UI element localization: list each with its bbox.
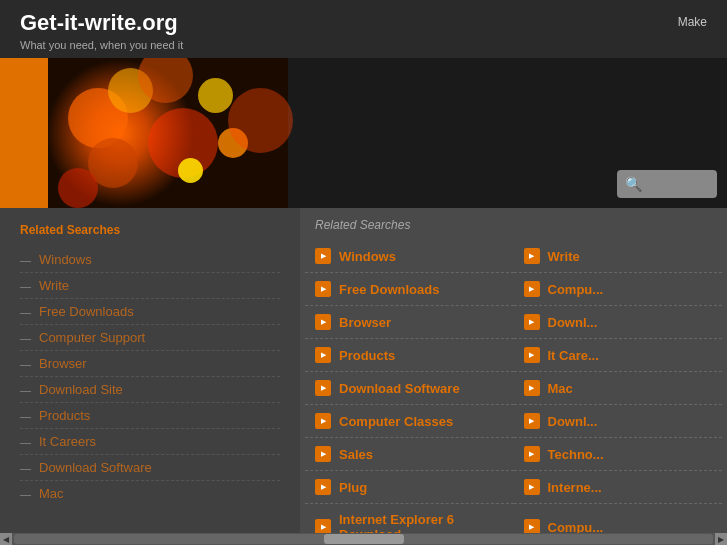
dropdown-item-right[interactable]: It Care... [514,339,723,372]
dropdown-link[interactable]: Mac [548,381,573,396]
dropdown-item-left[interactable]: Sales [305,438,514,471]
sidebar-item[interactable]: —Write [20,273,280,299]
search-box[interactable]: 🔍 [617,170,717,198]
hero-bokeh [48,58,288,208]
sidebar-item[interactable]: —Free Downloads [20,299,280,325]
dropdown-link[interactable]: Techno... [548,447,604,462]
sidebar-link[interactable]: Free Downloads [39,304,134,319]
dropdown-item-right[interactable]: Downl... [514,405,723,438]
sidebar-link[interactable]: Products [39,408,90,423]
sidebar-link[interactable]: It Careers [39,434,96,449]
dropdown-link[interactable]: Downl... [548,414,598,429]
dropdown-item-right[interactable]: Interne... [514,471,723,504]
sidebar-arrow-icon: — [20,488,31,500]
right-panel: Related Searches WindowsWriteFree Downlo… [300,208,727,545]
sidebar-item[interactable]: —Download Site [20,377,280,403]
dropdown-link[interactable]: Interne... [548,480,602,495]
dropdown-item-left[interactable]: Browser [305,306,514,339]
dropdown-grid: WindowsWriteFree DownloadsCompu...Browse… [300,240,727,545]
sidebar-link[interactable]: Download Software [39,460,152,475]
sidebar-link[interactable]: Write [39,278,69,293]
header: Get-it-write.org What you need, when you… [0,0,727,58]
dropdown-item-left[interactable]: Download Software [305,372,514,405]
scroll-thumb-horizontal[interactable] [324,534,404,544]
sidebar-item[interactable]: —Windows [20,247,280,273]
dropdown-link[interactable]: Download Software [339,381,460,396]
sidebar-arrow-icon: — [20,436,31,448]
scroll-right-arrow[interactable]: ▶ [715,533,727,545]
make-label: Make [678,15,707,29]
dropdown-arrow-icon [315,314,331,330]
sidebar-link[interactable]: Mac [39,486,64,501]
hero-image: 🔍 [0,58,727,208]
dropdown-item-left[interactable]: Free Downloads [305,273,514,306]
sidebar-link[interactable]: Download Site [39,382,123,397]
dropdown-arrow-icon [315,446,331,462]
dropdown-item-left[interactable]: Windows [305,240,514,273]
dropdown-item-left[interactable]: Computer Classes [305,405,514,438]
sidebar-arrow-icon: — [20,462,31,474]
sidebar-arrow-icon: — [20,280,31,292]
sidebar-arrow-icon: — [20,254,31,266]
dropdown-link[interactable]: Write [548,249,580,264]
dropdown-title: Related Searches [300,208,727,240]
dropdown-link[interactable]: Sales [339,447,373,462]
dropdown-item-left[interactable]: Products [305,339,514,372]
site-subtitle: What you need, when you need it [20,39,183,51]
hero-left-bar [0,58,48,208]
dropdown-link[interactable]: Downl... [548,315,598,330]
header-right: Make [678,15,707,29]
sidebar-item[interactable]: —Products [20,403,280,429]
sidebar-item[interactable]: —Computer Support [20,325,280,351]
dropdown-item-right[interactable]: Techno... [514,438,723,471]
dropdown-arrow-icon [524,314,540,330]
dropdown-arrow-icon [315,347,331,363]
main-content: Related Searches —Windows—Write—Free Dow… [0,208,727,545]
search-icon: 🔍 [625,176,642,192]
dropdown-item-right[interactable]: Write [514,240,723,273]
sidebar-link[interactable]: Windows [39,252,92,267]
dropdown-link[interactable]: Computer Classes [339,414,453,429]
sidebar-item[interactable]: —It Careers [20,429,280,455]
scroll-left-arrow[interactable]: ◀ [0,533,12,545]
dropdown-item-left[interactable]: Plug [305,471,514,504]
scroll-track-horizontal [14,534,713,544]
dropdown-arrow-icon [524,281,540,297]
sidebar-item[interactable]: —Mac [20,481,280,506]
sidebar-arrow-icon: — [20,306,31,318]
sidebar-item[interactable]: —Browser [20,351,280,377]
site-title: Get-it-write.org [20,10,183,36]
sidebar-arrow-icon: — [20,358,31,370]
sidebar-title: Related Searches [20,223,280,237]
dropdown-panel: Related Searches WindowsWriteFree Downlo… [300,208,727,545]
dropdown-link[interactable]: Products [339,348,395,363]
sidebar-arrow-icon: — [20,410,31,422]
sidebar-link[interactable]: Computer Support [39,330,145,345]
horizontal-scrollbar[interactable]: ◀ ▶ [0,533,727,545]
dropdown-arrow-icon [315,413,331,429]
dropdown-arrow-icon [315,281,331,297]
dropdown-link[interactable]: Windows [339,249,396,264]
sidebar-item[interactable]: —Download Software [20,455,280,481]
dropdown-arrow-icon [315,479,331,495]
dropdown-arrow-icon [524,248,540,264]
dropdown-arrow-icon [524,413,540,429]
site-info: Get-it-write.org What you need, when you… [20,10,183,51]
dropdown-arrow-icon [315,248,331,264]
dropdown-link[interactable]: Compu... [548,282,604,297]
sidebar-items: —Windows—Write—Free Downloads—Computer S… [20,247,280,506]
dropdown-arrow-icon [524,446,540,462]
dropdown-item-right[interactable]: Compu... [514,273,723,306]
dropdown-link[interactable]: Plug [339,480,367,495]
dropdown-link[interactable]: It Care... [548,348,599,363]
dropdown-arrow-icon [524,347,540,363]
dropdown-link[interactable]: Free Downloads [339,282,439,297]
dropdown-item-right[interactable]: Mac [514,372,723,405]
sidebar-arrow-icon: — [20,384,31,396]
dropdown-link[interactable]: Browser [339,315,391,330]
sidebar-link[interactable]: Browser [39,356,87,371]
dropdown-item-right[interactable]: Downl... [514,306,723,339]
dropdown-arrow-icon [524,479,540,495]
sidebar: Related Searches —Windows—Write—Free Dow… [0,208,300,545]
sidebar-arrow-icon: — [20,332,31,344]
